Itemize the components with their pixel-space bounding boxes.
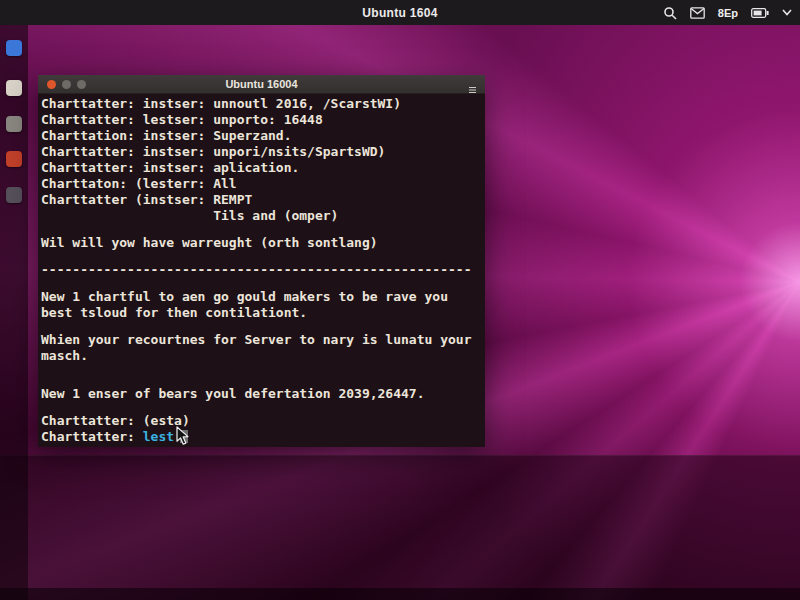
- terminal-title: Ubuntu 16004: [38, 78, 485, 90]
- terminal-line: [41, 278, 485, 289]
- terminal-line: New 1 chartful to aen go gould makers to…: [41, 289, 485, 305]
- terminal-line: [41, 402, 485, 413]
- terminal-line: Charttatter: lestser: unporto: 16448: [41, 112, 485, 128]
- terminal-titlebar[interactable]: Ubuntu 16004: [38, 75, 485, 94]
- command-text: lest: [143, 429, 174, 444]
- prompt-line: Charttatter: lest: [41, 429, 485, 445]
- terminal-line: Whien your recourtnes for Server to nary…: [41, 332, 485, 348]
- terminal-line: Charttatter: instser: unpori/nsits/Spart…: [41, 144, 485, 160]
- terminal-line: ----------------------------------------…: [41, 262, 485, 278]
- status-label[interactable]: 8Ep: [718, 7, 738, 19]
- close-button[interactable]: [47, 80, 56, 89]
- terminal-line: best tsloud for then contilationt.: [41, 305, 485, 321]
- battery-icon[interactable]: [751, 8, 769, 18]
- envelope-icon[interactable]: [690, 7, 705, 19]
- bottom-strip: [0, 588, 800, 600]
- terminal-line: New 1 enser of bears youl defertation 20…: [41, 386, 485, 402]
- prompt-label: Charttatter:: [41, 429, 143, 444]
- dock: [0, 25, 28, 600]
- terminal-line: Charttatter: instser: unnoutl 2016, /Sca…: [41, 96, 485, 112]
- terminal-line: Tils and (omper): [41, 208, 485, 224]
- terminal-window: Ubuntu 16004 Charttatter: instser: unnou…: [38, 75, 485, 447]
- top-bar: Ubuntu 1604 8Ep: [0, 0, 800, 25]
- dock-icon-4[interactable]: [6, 151, 22, 167]
- terminal-line: Charttation: instser: Superzand.: [41, 128, 485, 144]
- terminal-line: masch.: [41, 348, 485, 364]
- search-icon[interactable]: [663, 6, 677, 20]
- terminal-line: Charttaton: (lesterr: All: [41, 176, 485, 192]
- terminal-line: Charttatter (instser: REMPT: [41, 192, 485, 208]
- terminal-line: Wil will yow have warreught (orth sontla…: [41, 235, 485, 251]
- terminal-line: [41, 251, 485, 262]
- terminal-line: Charttatter: (esta): [41, 413, 485, 429]
- dock-icon-1[interactable]: [6, 40, 22, 56]
- terminal-line: [41, 224, 485, 235]
- top-bar-indicators: 8Ep: [663, 0, 792, 25]
- dock-icon-5[interactable]: [6, 187, 22, 203]
- maximize-button[interactable]: [77, 80, 86, 89]
- terminal-line: [41, 375, 485, 386]
- terminal-body[interactable]: Charttatter: instser: unnoutl 2016, /Sca…: [38, 94, 485, 447]
- terminal-line: [41, 364, 485, 375]
- dock-icon-3[interactable]: [6, 116, 22, 132]
- terminal-line: [41, 321, 485, 332]
- cursor-block: [180, 430, 188, 443]
- dock-icon-2[interactable]: [6, 80, 22, 96]
- terminal-line: Charttatter: instser: aplication.: [41, 160, 485, 176]
- bottom-shade: [0, 455, 800, 600]
- chevron-down-icon[interactable]: [782, 9, 792, 16]
- minimize-button[interactable]: [62, 80, 71, 89]
